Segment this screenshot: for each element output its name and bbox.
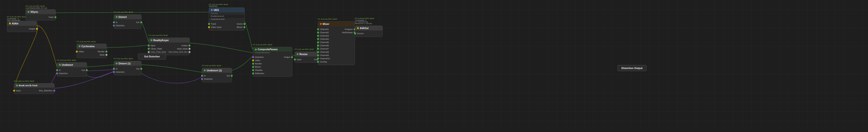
break-nos-input-port: Input (16, 89, 21, 92)
node-distortion-output: Distortion Output (618, 65, 647, 71)
node-xsync: XSync Track (26, 9, 56, 21)
aiaout-title: AIAOut (360, 27, 369, 29)
undistort1-distortion-dot (201, 78, 203, 80)
undistort-body: In Out Distortion (57, 67, 87, 76)
undistort1-header: Undistort (1) (202, 68, 232, 73)
mixer-ch8-row: Channel8 (318, 50, 355, 54)
distort1-out-dot (140, 68, 142, 70)
mixer-ch7-dot (317, 48, 319, 50)
aiaout-source-dot (354, 32, 356, 34)
ues-title: UES (214, 8, 219, 11)
cp-category: CompositePasses (253, 52, 292, 54)
undistort1-indicator (204, 70, 206, 71)
cyclorama-body: Video Render Mask (77, 49, 106, 58)
distort-header: Distort (114, 15, 141, 19)
aiain-body: Output (7, 26, 37, 32)
distort1-in-row: In Out (114, 67, 141, 71)
rk-cleanplate-row: Clean_Plate Hard_Mask (149, 47, 189, 50)
rk-hardmaskblur-port: Hard_Mask_Horiz_Blur (168, 51, 188, 53)
cp-output-port: Output (284, 56, 290, 58)
fps-undistort1: FT: 0.02 ms FPS: 59.87 (202, 64, 221, 67)
mixer-ch5-dot (317, 42, 319, 43)
mixer-program-port: Program (345, 28, 353, 30)
distort1-out-port: Out (136, 68, 140, 70)
cp-shadow-port: Shadow (255, 69, 262, 71)
ues-category: Process (209, 12, 245, 15)
cp-shadow-dot (252, 69, 254, 71)
node-mixer: Mixer Channel1 Program Channel2 M (318, 21, 355, 65)
distort1-in-dot (113, 68, 115, 70)
mixer-ch6-port: Channel6 (320, 44, 329, 47)
aiain-output-row: Output (7, 27, 37, 30)
fps-break-nos: FT: 0.002 ms FPS: 59.87 (14, 80, 34, 82)
cyclorama-mask-row: Mask (77, 53, 106, 56)
rk-input-dot (148, 45, 150, 47)
mixer-ch8-port: Channel8 (320, 51, 329, 53)
ues-projection-label: ProjectionCube0 (209, 18, 245, 21)
ues-videoinput-row: Video Input Bloom (209, 26, 245, 29)
distort-out-dot (140, 21, 142, 23)
distort-distortion-port: Distortion (116, 24, 125, 27)
ues-header: UES (209, 8, 245, 12)
cp-indicator (255, 49, 257, 50)
undistort-header: Undistort (57, 62, 87, 67)
undistort1-out-dot (231, 75, 232, 77)
distort-title: Distort (119, 16, 127, 18)
fps-composite-passes: FT: 0.01 ms FPS: 59.87 (253, 44, 272, 46)
ues-bloom-dot (244, 26, 245, 28)
node-ues: UES Process RealityCamera0 ProjectionCub… (209, 7, 245, 30)
distort1-indicator (116, 62, 118, 64)
aiaout-source-port: Source (357, 32, 364, 35)
cyclorama-video-row: Video Render (77, 50, 106, 53)
xsync-track-dot (55, 16, 56, 18)
mixer-ch4-dot (317, 38, 319, 40)
mixer-overlay-dot (317, 61, 319, 63)
rk-cleanplatemask-row: Clean_Plate_Mask Hard_Mask_Horiz_Blur (149, 50, 189, 53)
break-nos-input-dot (13, 90, 15, 91)
distort1-distortion-port: Distortion (116, 71, 125, 73)
cyclorama-video-port: Video (79, 50, 84, 53)
mixer-ch9-port: Channel9 (320, 54, 329, 56)
mixer-ch4-port: Channel4 (320, 38, 329, 40)
ues-indicator (211, 9, 213, 11)
rk-hardmask-dot (189, 48, 190, 50)
distort-in-dot (113, 21, 115, 23)
reality-keyer-header: RealityKeyer (149, 38, 189, 43)
mixer-ch3-row: Channel3 (318, 34, 355, 37)
mixer-ch8-dot (317, 51, 319, 53)
xsync-sync-row: Track (26, 16, 56, 19)
distortion-output-title: Distortion Output (621, 67, 643, 70)
mixer-ch3-port: Channel3 (320, 35, 329, 37)
cyclorama-title: Cyclorama (82, 45, 94, 48)
mixer-header: Mixer (318, 22, 355, 26)
distort1-in-port: In (116, 68, 118, 70)
mixer-ch3-dot (317, 35, 319, 37)
distort1-header: Distort (1) (114, 61, 141, 66)
undistort-in-row: In Out (57, 69, 87, 72)
mixer-ch6-dot (317, 45, 319, 47)
cp-distortion-dot (252, 56, 254, 58)
rk-cleanplatemask-dot (148, 51, 150, 53)
node-cyclorama: Cyclorama Video Render Mask (76, 44, 107, 58)
starter-hip-label: StarterHip (209, 5, 217, 7)
fps-cyclorama: FT: 0.04 ms FPS: 59.87 (76, 41, 96, 43)
cp-distortion-port: Distortion (255, 56, 264, 58)
extra-xsync: Low NetworkJitter (41 ms) (26, 7, 47, 9)
mixer-ch4-row: Channel4 (318, 37, 355, 41)
mixer-ch5-row: Channel5 (318, 41, 355, 44)
out-distortion-title: Out Distortion (144, 55, 160, 58)
distort1-distortion-dot (113, 71, 115, 73)
undistort1-body: In Out Distortion (202, 73, 232, 82)
mixer-ch2-row: Channel2 MultiViewer (318, 31, 355, 34)
resize-title: Resize (300, 53, 308, 56)
mixer-multiviewer-port: MultiViewer (342, 31, 353, 34)
mixer-indicator (320, 23, 322, 25)
reality-keyer-body: Input Output Clean_Plate Hard_Mask (149, 43, 189, 55)
mixer-body: Channel1 Program Channel2 MultiViewer (318, 26, 355, 65)
undistort1-title: Undistort (1) (207, 69, 222, 72)
node-out-distortion: Out Distortion (138, 54, 166, 59)
rk-output-dot (189, 45, 190, 47)
cp-render-dot (252, 63, 254, 64)
cyclorama-render-dot (105, 51, 107, 53)
break-nos-body: Input lens_distortion (14, 88, 54, 94)
